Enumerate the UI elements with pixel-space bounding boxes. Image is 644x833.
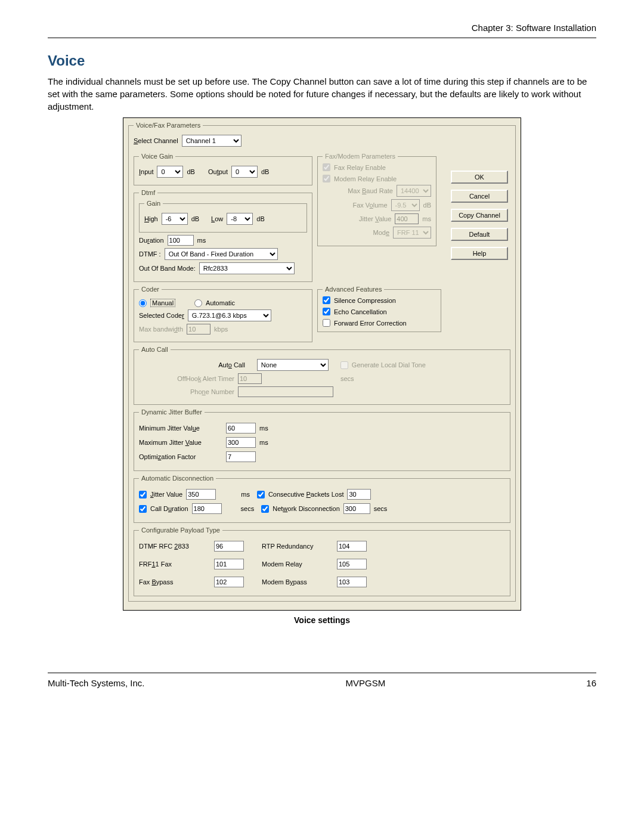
dtmf-mode-dropdown[interactable]: Out Of Band - Fixed Duration	[165, 248, 278, 260]
output-gain-label: Output	[208, 168, 228, 175]
ad-jitter-input[interactable]	[186, 489, 216, 500]
max-jitter-input[interactable]	[226, 437, 256, 448]
dtmf-mode-label: DTMF :	[139, 250, 161, 258]
oob-mode-label: Out Of Band Mode:	[139, 265, 196, 272]
autodisc-group: Automatic Disconnection Jitter Value ms …	[134, 475, 510, 523]
voice-fax-dialog: Voice/Fax Parameters OK Cancel Copy Chan…	[123, 117, 521, 611]
jitter-legend: Dynamic Jitter Buffer	[139, 408, 205, 416]
max-jitter-label: Maximum Jitter Value	[139, 439, 222, 446]
dtmf-duration-label: Duration	[139, 237, 164, 244]
autocall-group: Auto Call Auto Call None Generate Local …	[134, 346, 510, 405]
coder-manual-radio[interactable]	[139, 299, 147, 307]
selected-coder-dropdown[interactable]: G.723.1@6.3 kbps	[188, 309, 271, 321]
autodisc-legend: Automatic Disconnection	[139, 475, 216, 482]
dtmf-high-label: High	[144, 215, 158, 222]
max-jitter-unit: ms	[259, 439, 268, 446]
dtmf-legend: Dtmf	[139, 189, 157, 196]
coder-auto-radio[interactable]	[194, 299, 202, 307]
ad-jitter-checkbox[interactable]	[139, 491, 147, 498]
jitter-group: Dynamic Jitter Buffer Minimum Jitter Val…	[134, 408, 510, 471]
pl-faxbypass-label: Fax Bypass	[139, 578, 210, 586]
coder-group: Coder Manual Automatic Selected Coder G.…	[134, 286, 312, 342]
input-gain-dropdown[interactable]: 0	[157, 166, 183, 178]
ad-jitter-unit: ms	[241, 491, 250, 498]
dtmf-high-unit: dB	[191, 215, 199, 222]
echo-label: Echo Cancellation	[334, 308, 387, 315]
ad-calldur-label: Call Duration	[150, 505, 188, 512]
autocall-dropdown[interactable]: None	[257, 359, 329, 371]
select-channel-dropdown[interactable]: Channel 1	[182, 135, 242, 147]
pl-dtmf-input[interactable]	[214, 541, 244, 552]
ad-calldur-checkbox[interactable]	[139, 505, 147, 513]
pl-modembypass-input[interactable]	[337, 577, 367, 587]
offhook-unit: secs	[340, 375, 354, 382]
ad-netdisc-unit: secs	[374, 505, 388, 512]
figure-caption: Voice settings	[48, 615, 596, 625]
pl-faxbypass-input[interactable]	[214, 577, 244, 587]
dtmf-low-dropdown[interactable]: -8	[227, 213, 253, 225]
ad-netdisc-label: Network Disconnection	[273, 505, 340, 512]
min-jitter-unit: ms	[259, 425, 268, 432]
default-button[interactable]: Default	[451, 228, 508, 241]
page-title: Voice	[48, 52, 596, 69]
dtmf-low-unit: dB	[256, 215, 264, 222]
dtmf-high-dropdown[interactable]: -6	[162, 213, 188, 225]
ad-packets-checkbox[interactable]	[257, 491, 265, 498]
coder-auto-radio-wrap[interactable]: Automatic	[194, 299, 235, 307]
fax-volume-unit: dB	[423, 202, 431, 209]
fax-volume-label: Fax Volume	[352, 202, 387, 209]
input-gain-unit: dB	[187, 168, 194, 175]
input-gain-label: Input	[139, 168, 153, 175]
gen-dialtone-label: Generate Local Dial Tone	[352, 361, 426, 368]
fax-mode-label: Mode	[373, 229, 389, 236]
pl-frf-label: FRF11 Fax	[139, 561, 210, 568]
pl-rtp-label: RTP Redundancy	[262, 543, 333, 550]
ad-netdisc-checkbox[interactable]	[261, 505, 269, 513]
silence-label: Silence Compression	[334, 297, 396, 304]
voice-gain-legend: Voice Gain	[139, 153, 175, 160]
adv-features-group: Advanced Features Silence Compression Ec…	[317, 286, 441, 332]
footer-left: Multi-Tech Systems, Inc.	[48, 678, 145, 688]
payload-legend: Configurable Payload Type	[139, 527, 222, 534]
modem-relay-checkbox	[323, 175, 330, 182]
pl-modemrelay-input[interactable]	[337, 559, 367, 569]
echo-checkbox[interactable]	[323, 308, 330, 315]
select-channel-label: Select Channel	[134, 137, 178, 144]
ok-button[interactable]: OK	[451, 171, 508, 184]
copy-channel-button[interactable]: Copy Channel	[451, 209, 508, 222]
phone-label: Phone Number	[163, 388, 234, 395]
opt-factor-input[interactable]	[226, 451, 256, 462]
max-baud-dropdown: 14400	[397, 185, 431, 197]
opt-factor-label: Optimization Factor	[139, 453, 222, 460]
fax-modem-legend: Fax/Modem Parameters	[323, 153, 398, 160]
coder-manual-radio-wrap[interactable]: Manual	[139, 299, 175, 307]
selected-coder-label: Selected Coder	[139, 312, 184, 319]
adv-features-legend: Advanced Features	[323, 286, 384, 293]
gen-dialtone-checkbox	[340, 361, 348, 369]
cancel-button[interactable]: Cancel	[451, 190, 508, 203]
dtmf-low-label: Low	[211, 215, 223, 222]
fax-jitter-unit: ms	[422, 215, 431, 222]
phone-input	[238, 386, 333, 397]
ad-calldur-input[interactable]	[192, 503, 222, 514]
oob-mode-dropdown[interactable]: Rfc2833	[199, 262, 295, 274]
dtmf-duration-input[interactable]	[168, 235, 194, 246]
silence-checkbox[interactable]	[323, 296, 330, 304]
dtmf-group: Dtmf Gain High -6 dB Low -8	[134, 189, 312, 282]
max-bw-label: Max bandwidth	[139, 326, 183, 333]
pl-rtp-input[interactable]	[337, 541, 367, 552]
pl-frf-input[interactable]	[214, 559, 244, 569]
help-button[interactable]: Help	[451, 247, 508, 260]
ad-netdisc-input[interactable]	[343, 503, 370, 514]
min-jitter-input[interactable]	[226, 423, 256, 433]
output-gain-dropdown[interactable]: 0	[231, 166, 258, 178]
footer-right: 16	[586, 678, 596, 688]
offhook-label: OffHook Alert Timer	[163, 375, 234, 382]
max-bw-unit: kbps	[214, 326, 228, 333]
ad-packets-input[interactable]	[347, 489, 371, 500]
pl-dtmf-label: DTMF RFC 2833	[139, 543, 210, 550]
fax-mode-dropdown: FRF 11	[393, 227, 431, 239]
fec-label: Forward Error Correction	[334, 320, 407, 327]
fec-checkbox[interactable]	[323, 319, 330, 327]
voice-fax-group: Voice/Fax Parameters OK Cancel Copy Chan…	[128, 122, 516, 602]
